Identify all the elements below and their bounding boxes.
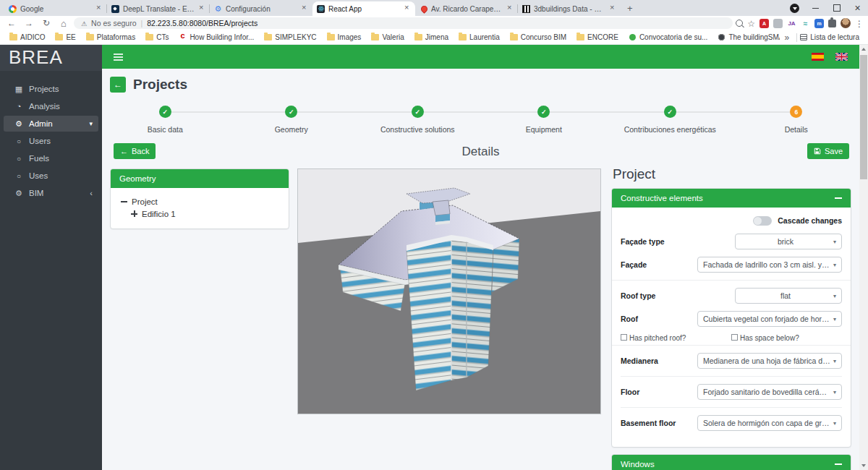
reading-list-button[interactable]: Lista de lectura bbox=[800, 33, 862, 41]
browser-tab[interactable]: DeepL Translate - El mejor tradu... bbox=[107, 1, 210, 16]
select-dropdown[interactable]: brick bbox=[735, 234, 842, 249]
reload-icon[interactable] bbox=[39, 17, 54, 29]
constructive-elements-header[interactable]: Constructive elements bbox=[612, 189, 851, 208]
back-nav-icon[interactable] bbox=[4, 17, 19, 29]
sidebar-item[interactable]: Fuels bbox=[4, 150, 98, 166]
browser-tab[interactable]: Configuración bbox=[210, 1, 312, 16]
bookmark-item[interactable]: CTs bbox=[142, 32, 172, 43]
tab-close-icon[interactable] bbox=[95, 5, 103, 12]
browser-tab[interactable]: Av. Ricardo Carapeto Zambrano bbox=[415, 1, 518, 16]
close-window-button[interactable] bbox=[847, 0, 868, 16]
bookmark-item[interactable]: Jimena bbox=[411, 32, 452, 43]
stepper-step[interactable]: Geometry bbox=[229, 106, 355, 134]
bookmark-item[interactable]: Plataformas bbox=[82, 32, 139, 43]
hamburger-menu-icon[interactable] bbox=[114, 56, 123, 58]
adobe-extension-icon[interactable] bbox=[760, 19, 769, 28]
scrollbar-thumb[interactable] bbox=[860, 55, 867, 179]
geometry-panel-title: Geometry bbox=[119, 174, 156, 183]
bookmark-star-icon[interactable] bbox=[747, 17, 755, 30]
tab-close-icon[interactable] bbox=[404, 5, 411, 12]
sidebar-item[interactable]: Analysis bbox=[4, 98, 98, 114]
ja-extension-icon[interactable]: JA bbox=[787, 19, 796, 28]
stepper-step[interactable]: 6 Details bbox=[733, 106, 860, 134]
home-icon[interactable] bbox=[56, 17, 71, 29]
uk-flag-icon[interactable] bbox=[835, 53, 848, 61]
not-secure-warning-icon[interactable] bbox=[81, 19, 87, 27]
back-button[interactable]: Back bbox=[114, 143, 156, 159]
tab-close-icon[interactable] bbox=[506, 5, 514, 12]
sidebar-item[interactable]: BIM bbox=[4, 185, 98, 201]
tab-close-icon[interactable] bbox=[301, 5, 308, 12]
checkbox-box[interactable] bbox=[731, 334, 738, 341]
forward-nav-icon[interactable] bbox=[22, 17, 36, 29]
browser-menu-icon[interactable] bbox=[855, 17, 864, 30]
browser-tab[interactable]: 3dbuildings Data - Badajoz, Bad... bbox=[518, 1, 621, 16]
bookmark-item[interactable]: Laurentia bbox=[455, 32, 503, 43]
bookmark-item[interactable]: Concurso BIM bbox=[506, 32, 570, 43]
url-field[interactable]: No es seguro | 82.223.5.80:8080/BREA/pro… bbox=[74, 17, 733, 29]
select-dropdown[interactable]: Forjado sanitario de bovedilla cerámica … bbox=[697, 384, 842, 400]
maximize-button[interactable] bbox=[826, 0, 847, 16]
media-controls-icon[interactable] bbox=[790, 4, 799, 13]
collapse-section-icon[interactable] bbox=[835, 461, 842, 468]
browser-tab[interactable]: Google bbox=[4, 1, 107, 16]
field-label: Roof type bbox=[621, 291, 735, 300]
bookmark-item[interactable]: ENCORE bbox=[573, 32, 622, 43]
gray-extension-icon[interactable] bbox=[773, 19, 783, 28]
bookmark-label: Plataformas bbox=[97, 33, 135, 41]
zoom-search-icon[interactable] bbox=[736, 20, 743, 27]
bookmarks-overflow-icon[interactable] bbox=[780, 33, 793, 43]
sidebar-item[interactable]: Projects bbox=[4, 81, 98, 97]
m-extension-icon[interactable]: m bbox=[814, 19, 824, 28]
stepper-step[interactable]: Basic data bbox=[102, 106, 229, 134]
bookmark-label: Convocatoria de su... bbox=[639, 33, 708, 41]
scroll-up-icon[interactable] bbox=[859, 45, 868, 54]
collapse-section-icon[interactable] bbox=[835, 195, 842, 202]
brand-logo[interactable]: BREA bbox=[0, 45, 102, 71]
geometry-panel-header[interactable]: Geometry bbox=[111, 169, 289, 188]
select-dropdown[interactable]: Medianera de una hoja de fábrica de ladr… bbox=[697, 353, 842, 369]
browser-tab[interactable]: React App bbox=[312, 1, 415, 16]
extensions-puzzle-icon[interactable] bbox=[828, 20, 836, 27]
spain-flag-icon[interactable] bbox=[812, 53, 824, 61]
select-dropdown[interactable]: flat bbox=[735, 288, 842, 304]
tab-close-icon[interactable] bbox=[198, 5, 205, 12]
cascade-toggle[interactable] bbox=[753, 216, 772, 226]
bookmark-item[interactable]: Valeria bbox=[367, 32, 407, 43]
select-dropdown[interactable]: Fachada de ladrillo con 3 cm aisl. y tab… bbox=[697, 257, 842, 273]
checkbox-option[interactable]: Has pitched roof? bbox=[621, 334, 731, 342]
sidebar-item[interactable]: Admin bbox=[4, 116, 98, 132]
bookmark-item[interactable]: The buildingSMART... bbox=[714, 32, 780, 43]
building-3d-viewer[interactable] bbox=[297, 168, 601, 414]
tab-close-icon[interactable] bbox=[609, 5, 616, 12]
collapse-node-icon[interactable] bbox=[121, 198, 127, 205]
wave-extension-icon[interactable] bbox=[801, 19, 810, 28]
sidebar-item[interactable]: Uses bbox=[4, 168, 98, 184]
page-back-button[interactable] bbox=[110, 77, 126, 93]
sidebar-item[interactable]: Users bbox=[4, 133, 98, 149]
select-dropdown[interactable]: Solera de hormigón con capa de grava. bbox=[697, 415, 842, 431]
stepper-step[interactable]: Contribuciones energéticas bbox=[607, 106, 733, 134]
bookmark-item[interactable]: EE bbox=[51, 32, 79, 43]
checkbox-option[interactable]: Has space below? bbox=[731, 334, 842, 342]
bookmark-item[interactable]: SIMPLEKYC bbox=[260, 32, 320, 43]
tree-node-building[interactable]: Edificio 1 bbox=[121, 208, 278, 220]
tree-node-project[interactable]: Project bbox=[121, 195, 278, 208]
expand-node-icon[interactable] bbox=[131, 210, 137, 217]
bookmark-item[interactable]: Images bbox=[323, 32, 365, 43]
save-button[interactable]: Save bbox=[807, 143, 849, 159]
scroll-down-icon[interactable] bbox=[859, 461, 868, 470]
windows-header[interactable]: Windows bbox=[612, 455, 851, 470]
profile-avatar[interactable] bbox=[841, 18, 851, 28]
bookmark-item[interactable]: Convocatoria de su... bbox=[625, 32, 712, 43]
page-scrollbar[interactable] bbox=[859, 45, 868, 470]
stepper-step[interactable]: Constructive solutions bbox=[354, 106, 481, 134]
checkbox-box[interactable] bbox=[621, 334, 627, 341]
stepper-step[interactable]: Equipment bbox=[481, 106, 608, 134]
select-dropdown[interactable]: Cubierta vegetal con forjado de hormigó.… bbox=[697, 311, 842, 327]
sidebar-item-label: Projects bbox=[29, 85, 59, 93]
minimize-button[interactable] bbox=[805, 0, 826, 16]
new-tab-button[interactable] bbox=[624, 1, 638, 16]
bookmark-item[interactable]: How Building Infor... bbox=[175, 32, 258, 43]
bookmark-item[interactable]: AIDICO bbox=[6, 32, 48, 43]
